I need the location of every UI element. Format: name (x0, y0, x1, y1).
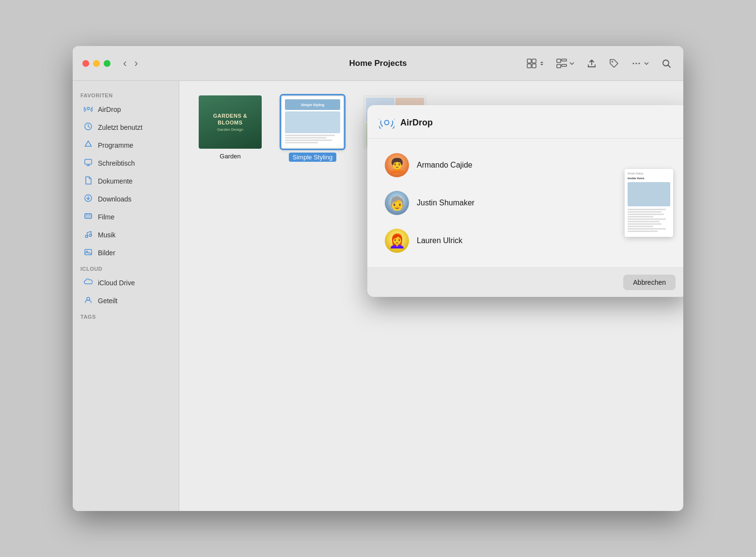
apps-icon (83, 140, 93, 151)
modal-body: 🧑‍🦱 Armando Cajide 🧓 Justin Shumaker 👩‍🦰… (367, 139, 683, 267)
airdrop-modal-icon (379, 115, 394, 130)
contact-item-justin[interactable]: 🧓 Justin Shumaker (379, 186, 613, 220)
sidebar-item-movies[interactable]: Filme (76, 208, 176, 226)
ss-header: Simple Styling (285, 99, 340, 110)
contact-name-lauren: Lauren Ulrick (417, 236, 462, 245)
garden-thumbnail: Gardens &Blooms Garden Design (199, 95, 262, 149)
sidebar-item-airdrop[interactable]: AirDrop (76, 101, 176, 118)
sidebar-label-docs: Dokumente (98, 177, 133, 185)
svg-point-9 (633, 62, 634, 64)
svg-point-11 (639, 62, 640, 64)
modal-header: AirDrop (367, 105, 683, 139)
sidebar-item-icloud[interactable]: iCloud Drive (76, 274, 176, 292)
main-content: Favoriten AirDrop (73, 81, 683, 511)
forward-button[interactable]: › (131, 55, 141, 72)
back-button[interactable]: ‹ (120, 55, 129, 72)
svg-point-12 (663, 60, 669, 66)
svg-rect-0 (527, 59, 531, 63)
search-button[interactable] (659, 56, 674, 71)
svg-rect-17 (85, 214, 92, 218)
svg-point-13 (87, 108, 90, 110)
avatar-justin: 🧓 (385, 191, 409, 215)
preview-lines (628, 209, 670, 232)
sidebar-item-docs[interactable]: Dokumente (76, 172, 176, 190)
share-icon (586, 58, 597, 69)
svg-rect-4 (557, 59, 561, 62)
sidebar-item-shared[interactable]: Geteilt (76, 292, 176, 309)
sidebar-item-apps[interactable]: Programme (76, 137, 176, 154)
chevron-down-2-icon (644, 61, 649, 66)
sidebar-item-desktop[interactable]: Schreibtisch (76, 155, 176, 172)
sidebar-section-tags: Tags (73, 310, 179, 322)
sidebar-label-shared: Geteilt (98, 297, 117, 305)
view-options-button[interactable] (554, 56, 577, 71)
garden-label: Garden (220, 153, 240, 160)
sidebar-item-photos[interactable]: Bilder (76, 244, 176, 262)
sidebar-label-movies: Filme (98, 213, 114, 221)
share-button[interactable] (584, 56, 599, 71)
svg-rect-5 (562, 59, 567, 61)
avatar-lauren: 👩‍🦰 (385, 229, 409, 253)
recent-icon (83, 122, 93, 133)
search-icon (661, 58, 672, 69)
svg-point-23 (385, 121, 389, 125)
sidebar-label-icloud: iCloud Drive (98, 279, 135, 287)
svg-point-22 (87, 297, 90, 300)
svg-point-8 (612, 61, 613, 62)
tag-icon (609, 58, 619, 69)
ss-image (285, 111, 340, 133)
icloud-icon (83, 278, 93, 288)
sidebar-item-music[interactable]: Musik (76, 226, 176, 244)
sidebar-section-favoriten: Favoriten (73, 89, 179, 100)
contact-item-armando[interactable]: 🧑‍🦱 Armando Cajide (379, 148, 613, 182)
sidebar-item-downloads[interactable]: Downloads (76, 190, 176, 208)
file-item-simple-styling[interactable]: Simple Styling Simple Styling (281, 95, 344, 162)
garden-cover-sub: Garden Design (217, 127, 243, 132)
more-button[interactable] (629, 56, 651, 71)
modal-title: AirDrop (400, 118, 433, 128)
more-icon (631, 58, 642, 69)
downloads-icon (83, 194, 93, 204)
window-controls (82, 60, 110, 67)
contact-item-lauren[interactable]: 👩‍🦰 Lauren Ulrick (379, 224, 613, 258)
tag-button[interactable] (607, 56, 621, 71)
svg-rect-3 (532, 64, 536, 68)
airdrop-sidebar-icon (83, 104, 93, 115)
sidebar-label-downloads: Downloads (98, 195, 131, 203)
sidebar-section-icloud: iCloud (73, 262, 179, 274)
maximize-button[interactable] (104, 60, 110, 67)
window-title: Home Projects (349, 59, 407, 68)
minimize-button[interactable] (93, 60, 100, 67)
title-bar: ‹ › Home Projects (73, 46, 683, 81)
svg-rect-2 (527, 64, 531, 68)
preview-card: Simple Styling Inside Voice (625, 169, 673, 237)
chevron-down-icon (569, 61, 575, 66)
movies-icon (83, 212, 93, 222)
desktop-icon (83, 158, 93, 169)
sidebar-item-recent[interactable]: Zuletzt benutzt (76, 119, 176, 136)
music-icon (83, 230, 93, 240)
grid-view-button[interactable] (524, 56, 547, 71)
svg-rect-1 (532, 59, 536, 63)
file-item-garden[interactable]: Gardens &Blooms Garden Design Garden (199, 95, 262, 160)
sidebar-label-recent: Zuletzt benutzt (98, 124, 142, 131)
sidebar-label-music: Musik (98, 231, 116, 239)
svg-point-18 (85, 235, 88, 238)
cancel-button[interactable]: Abbrechen (623, 275, 676, 290)
sidebar-label-photos: Bilder (98, 249, 115, 257)
svg-point-19 (89, 234, 92, 237)
sidebar-label-apps: Programme (98, 141, 133, 149)
sidebar: Favoriten AirDrop (73, 81, 179, 511)
file-grid: Gardens &Blooms Garden Design Garden Sim… (179, 81, 683, 511)
modal-footer: Abbrechen (367, 267, 683, 297)
avatar-armando: 🧑‍🦱 (385, 153, 409, 177)
contact-name-armando: Armando Cajide (417, 161, 472, 170)
sidebar-label-airdrop: AirDrop (98, 106, 121, 113)
contact-name-justin: Justin Shumaker (417, 199, 474, 207)
toolbar-right (524, 56, 674, 71)
close-button[interactable] (82, 60, 89, 67)
modal-preview: Simple Styling Inside Voice (622, 148, 676, 258)
nav-arrows: ‹ › (120, 55, 141, 72)
finder-window: ‹ › Home Projects (73, 46, 683, 511)
airdrop-modal: AirDrop 🧑‍🦱 Armando Cajide 🧓 Justin Shum… (367, 105, 683, 297)
